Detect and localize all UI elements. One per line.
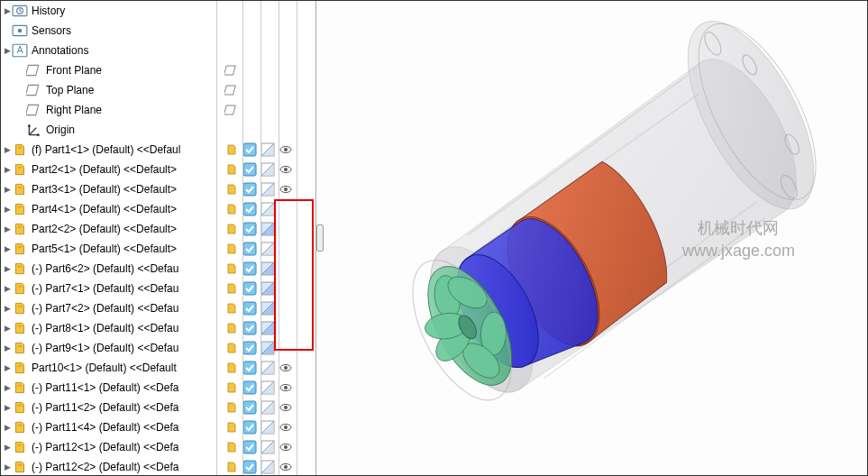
tree-item-part[interactable]: ▶(f) Part1<1> (Default) <<Defaul (1, 140, 216, 160)
tree-item-part[interactable]: ▶(-) Part11<1> (Default) <<Defa (1, 378, 216, 398)
display-state-row[interactable] (217, 239, 315, 259)
tree-item-history[interactable]: ▶ History (1, 1, 216, 21)
display-state-row[interactable] (217, 80, 315, 100)
part-column-icon[interactable] (223, 380, 241, 396)
tree-item-annotations[interactable]: ▶ A Annotations (1, 41, 216, 60)
tree-item-part[interactable]: ▶(-) Part7<2> (Default) <<Defau (1, 298, 216, 318)
tree-item-part[interactable]: ▶(-) Part7<1> (Default) <<Defau (1, 279, 216, 298)
visibility-eye-icon[interactable] (277, 142, 295, 158)
display-state-row[interactable] (217, 338, 315, 358)
visibility-eye-icon[interactable] (277, 419, 295, 435)
display-state-row[interactable] (217, 457, 315, 476)
tree-item-part[interactable]: ▶Part4<1> (Default) <<Default> (1, 199, 216, 219)
tree-item-part[interactable]: ▶(-) Part12<1> (Default) <<Defa (1, 437, 216, 457)
visibility-eye-icon[interactable] (277, 399, 295, 416)
part-column-icon[interactable] (223, 459, 241, 475)
tree-item-part[interactable]: ▶Part3<1> (Default) <<Default> (1, 179, 216, 199)
part-column-icon[interactable] (223, 280, 241, 297)
tree-item-part[interactable]: ▶Part10<1> (Default) <<Default (1, 358, 216, 378)
show-checkbox-icon[interactable] (241, 399, 259, 416)
show-checkbox-icon[interactable] (241, 340, 259, 356)
part-column-icon[interactable] (223, 399, 241, 416)
visibility-eye-icon[interactable] (277, 459, 295, 475)
part-column-icon[interactable] (223, 221, 241, 237)
visibility-eye-icon[interactable] (277, 181, 295, 197)
visibility-eye-icon[interactable] (277, 161, 295, 178)
display-mode-icon[interactable] (259, 380, 277, 396)
display-state-row[interactable] (217, 279, 315, 298)
display-state-row[interactable] (217, 100, 315, 120)
tree-item-right-plane[interactable]: Right Plane (1, 100, 216, 120)
part-column-icon[interactable] (223, 300, 241, 316)
panel-resize-handle[interactable] (316, 224, 324, 252)
display-mode-icon[interactable] (259, 181, 277, 197)
part-column-icon[interactable] (223, 340, 241, 356)
part-column-icon[interactable] (223, 161, 241, 178)
tree-item-origin[interactable]: Origin (1, 120, 216, 140)
display-mode-icon[interactable] (259, 439, 277, 455)
plane-visibility-icon[interactable] (223, 82, 241, 98)
display-state-row[interactable] (217, 358, 315, 378)
display-state-row[interactable] (217, 219, 315, 239)
display-state-row[interactable] (217, 140, 315, 160)
display-state-row[interactable] (217, 160, 315, 179)
show-checkbox-icon[interactable] (241, 360, 259, 376)
part-column-icon[interactable] (223, 201, 241, 217)
display-mode-icon[interactable] (259, 241, 277, 257)
show-checkbox-icon[interactable] (241, 241, 259, 257)
display-mode-icon[interactable] (259, 340, 277, 356)
display-mode-icon[interactable] (259, 221, 277, 237)
display-mode-icon[interactable] (259, 399, 277, 416)
display-state-row[interactable] (217, 259, 315, 279)
display-state-row[interactable] (217, 199, 315, 219)
part-column-icon[interactable] (223, 261, 241, 277)
tree-item-part[interactable]: ▶Part2<1> (Default) <<Default> (1, 160, 216, 179)
display-state-row[interactable] (217, 417, 315, 437)
show-checkbox-icon[interactable] (241, 419, 259, 435)
part-column-icon[interactable] (223, 320, 241, 336)
display-state-row[interactable] (217, 60, 315, 80)
display-state-row[interactable] (217, 298, 315, 318)
show-checkbox-icon[interactable] (241, 300, 259, 316)
visibility-eye-icon[interactable] (277, 360, 295, 376)
show-checkbox-icon[interactable] (241, 181, 259, 197)
part-column-icon[interactable] (223, 181, 241, 197)
tree-item-part[interactable]: ▶(-) Part12<2> (Default) <<Defa (1, 457, 216, 475)
part-column-icon[interactable] (223, 360, 241, 376)
show-checkbox-icon[interactable] (241, 380, 259, 396)
display-mode-icon[interactable] (259, 161, 277, 178)
tree-item-top-plane[interactable]: Top Plane (1, 80, 216, 100)
display-state-row[interactable] (217, 437, 315, 457)
show-checkbox-icon[interactable] (241, 439, 259, 455)
part-column-icon[interactable] (223, 241, 241, 257)
display-mode-icon[interactable] (259, 261, 277, 277)
tree-item-part[interactable]: ▶(-) Part9<1> (Default) <<Defau (1, 338, 216, 358)
part-column-icon[interactable] (223, 142, 241, 158)
part-column-icon[interactable] (223, 439, 241, 455)
tree-item-part[interactable]: ▶(-) Part11<4> (Default) <<Defa (1, 417, 216, 437)
tree-item-part[interactable]: ▶(-) Part11<2> (Default) <<Defa (1, 398, 216, 417)
visibility-eye-icon[interactable] (277, 380, 295, 396)
show-checkbox-icon[interactable] (241, 161, 259, 178)
show-checkbox-icon[interactable] (241, 221, 259, 237)
display-mode-icon[interactable] (259, 419, 277, 435)
display-state-row[interactable] (217, 318, 315, 338)
tree-item-sensors[interactable]: Sensors (1, 21, 216, 41)
display-state-row[interactable] (217, 378, 315, 398)
plane-visibility-icon[interactable] (223, 62, 241, 78)
show-checkbox-icon[interactable] (241, 142, 259, 158)
show-checkbox-icon[interactable] (241, 459, 259, 475)
plane-visibility-icon[interactable] (223, 102, 241, 118)
feature-tree-panel[interactable]: ▶ History Sensors ▶ A Annotations F (1, 1, 217, 475)
display-mode-icon[interactable] (259, 300, 277, 316)
tree-item-part[interactable]: ▶(-) Part6<2> (Default) <<Defau (1, 259, 216, 279)
tree-item-front-plane[interactable]: Front Plane (1, 60, 216, 80)
display-mode-icon[interactable] (259, 320, 277, 336)
display-mode-icon[interactable] (259, 142, 277, 158)
display-state-row[interactable] (217, 398, 315, 417)
show-checkbox-icon[interactable] (241, 280, 259, 297)
display-mode-icon[interactable] (259, 201, 277, 217)
display-state-row[interactable] (217, 179, 315, 199)
graphics-viewport[interactable]: 机械时代网 www.jxage.com (316, 1, 867, 475)
show-checkbox-icon[interactable] (241, 320, 259, 336)
